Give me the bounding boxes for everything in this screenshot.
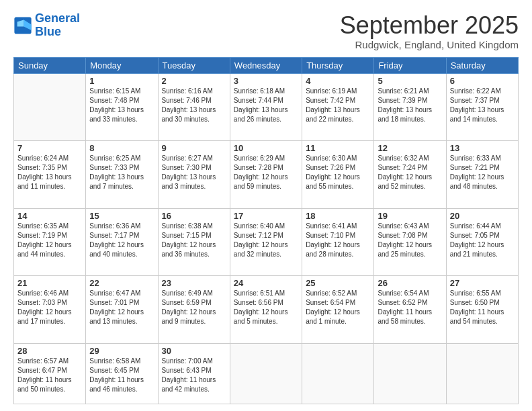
calendar-cell: 19Sunrise: 6:43 AMSunset: 7:08 PMDayligh… bbox=[374, 208, 446, 276]
logo-general: General bbox=[35, 11, 80, 25]
calendar-cell: 14Sunrise: 6:35 AMSunset: 7:19 PMDayligh… bbox=[14, 208, 86, 276]
calendar-cell bbox=[374, 343, 446, 404]
day-number: 25 bbox=[306, 278, 370, 288]
header-saturday: Saturday bbox=[446, 57, 518, 73]
calendar-cell: 20Sunrise: 6:44 AMSunset: 7:05 PMDayligh… bbox=[446, 208, 518, 276]
day-info: Sunrise: 6:16 AMSunset: 7:46 PMDaylight:… bbox=[162, 87, 226, 124]
day-info: Sunrise: 6:46 AMSunset: 7:03 PMDaylight:… bbox=[17, 289, 82, 326]
day-info: Sunrise: 6:58 AMSunset: 6:45 PMDaylight:… bbox=[89, 357, 154, 394]
day-number: 28 bbox=[17, 346, 82, 356]
week-row-1: 1Sunrise: 6:15 AMSunset: 7:48 PMDaylight… bbox=[14, 73, 519, 141]
day-info: Sunrise: 6:27 AMSunset: 7:30 PMDaylight:… bbox=[162, 154, 226, 191]
month-title: September 2025 bbox=[340, 12, 519, 39]
logo-blue: Blue bbox=[35, 26, 80, 39]
page: General Blue September 2025 Rudgwick, En… bbox=[0, 0, 532, 411]
calendar-cell: 23Sunrise: 6:49 AMSunset: 6:59 PMDayligh… bbox=[158, 276, 230, 344]
day-number: 23 bbox=[162, 278, 226, 288]
calendar-cell: 12Sunrise: 6:32 AMSunset: 7:24 PMDayligh… bbox=[374, 141, 446, 209]
calendar-body: 1Sunrise: 6:15 AMSunset: 7:48 PMDaylight… bbox=[14, 73, 519, 404]
header-sunday: Sunday bbox=[14, 57, 86, 73]
day-info: Sunrise: 6:21 AMSunset: 7:39 PMDaylight:… bbox=[378, 87, 442, 124]
weekday-header-row: Sunday Monday Tuesday Wednesday Thursday… bbox=[14, 57, 519, 73]
day-number: 3 bbox=[234, 76, 298, 86]
calendar-cell: 10Sunrise: 6:29 AMSunset: 7:28 PMDayligh… bbox=[230, 141, 302, 209]
day-info: Sunrise: 6:43 AMSunset: 7:08 PMDaylight:… bbox=[378, 222, 442, 259]
day-number: 12 bbox=[378, 143, 442, 153]
day-info: Sunrise: 6:40 AMSunset: 7:12 PMDaylight:… bbox=[234, 222, 298, 259]
calendar-cell: 24Sunrise: 6:51 AMSunset: 6:56 PMDayligh… bbox=[230, 276, 302, 344]
calendar-cell: 1Sunrise: 6:15 AMSunset: 7:48 PMDaylight… bbox=[86, 73, 158, 141]
day-number: 29 bbox=[89, 346, 154, 356]
week-row-2: 7Sunrise: 6:24 AMSunset: 7:35 PMDaylight… bbox=[14, 141, 519, 209]
header-wednesday: Wednesday bbox=[230, 57, 302, 73]
calendar-cell: 18Sunrise: 6:41 AMSunset: 7:10 PMDayligh… bbox=[302, 208, 374, 276]
header-friday: Friday bbox=[374, 57, 446, 73]
calendar-cell bbox=[302, 343, 374, 404]
day-info: Sunrise: 6:49 AMSunset: 6:59 PMDaylight:… bbox=[162, 289, 226, 326]
day-number: 4 bbox=[306, 76, 370, 86]
day-info: Sunrise: 6:47 AMSunset: 7:01 PMDaylight:… bbox=[89, 289, 154, 326]
day-info: Sunrise: 6:57 AMSunset: 6:47 PMDaylight:… bbox=[17, 357, 82, 394]
calendar-cell: 3Sunrise: 6:18 AMSunset: 7:44 PMDaylight… bbox=[230, 73, 302, 141]
title-block: September 2025 Rudgwick, England, United… bbox=[340, 12, 519, 50]
header-monday: Monday bbox=[86, 57, 158, 73]
day-number: 18 bbox=[306, 211, 370, 221]
calendar-cell: 2Sunrise: 6:16 AMSunset: 7:46 PMDaylight… bbox=[158, 73, 230, 141]
calendar-cell: 29Sunrise: 6:58 AMSunset: 6:45 PMDayligh… bbox=[86, 343, 158, 404]
day-info: Sunrise: 6:18 AMSunset: 7:44 PMDaylight:… bbox=[234, 87, 298, 124]
calendar-cell: 25Sunrise: 6:52 AMSunset: 6:54 PMDayligh… bbox=[302, 276, 374, 344]
calendar: Sunday Monday Tuesday Wednesday Thursday… bbox=[13, 57, 519, 404]
day-number: 8 bbox=[89, 143, 154, 153]
header-tuesday: Tuesday bbox=[158, 57, 230, 73]
day-number: 14 bbox=[17, 211, 82, 221]
day-number: 22 bbox=[89, 278, 154, 288]
logo-icon bbox=[13, 16, 32, 35]
day-info: Sunrise: 7:00 AMSunset: 6:43 PMDaylight:… bbox=[162, 357, 226, 394]
week-row-4: 21Sunrise: 6:46 AMSunset: 7:03 PMDayligh… bbox=[14, 276, 519, 344]
day-number: 7 bbox=[17, 143, 82, 153]
day-number: 26 bbox=[378, 278, 442, 288]
calendar-cell: 5Sunrise: 6:21 AMSunset: 7:39 PMDaylight… bbox=[374, 73, 446, 141]
calendar-cell: 15Sunrise: 6:36 AMSunset: 7:17 PMDayligh… bbox=[86, 208, 158, 276]
calendar-cell: 8Sunrise: 6:25 AMSunset: 7:33 PMDaylight… bbox=[86, 141, 158, 209]
calendar-cell bbox=[14, 73, 86, 141]
day-info: Sunrise: 6:33 AMSunset: 7:21 PMDaylight:… bbox=[450, 154, 515, 191]
day-number: 11 bbox=[306, 143, 370, 153]
calendar-cell: 28Sunrise: 6:57 AMSunset: 6:47 PMDayligh… bbox=[14, 343, 86, 404]
day-info: Sunrise: 6:29 AMSunset: 7:28 PMDaylight:… bbox=[234, 154, 298, 191]
day-number: 27 bbox=[450, 278, 515, 288]
calendar-cell bbox=[446, 343, 518, 404]
day-info: Sunrise: 6:44 AMSunset: 7:05 PMDaylight:… bbox=[450, 222, 515, 259]
day-info: Sunrise: 6:35 AMSunset: 7:19 PMDaylight:… bbox=[17, 222, 82, 259]
calendar-cell: 17Sunrise: 6:40 AMSunset: 7:12 PMDayligh… bbox=[230, 208, 302, 276]
day-info: Sunrise: 6:25 AMSunset: 7:33 PMDaylight:… bbox=[89, 154, 154, 191]
week-row-3: 14Sunrise: 6:35 AMSunset: 7:19 PMDayligh… bbox=[14, 208, 519, 276]
day-info: Sunrise: 6:55 AMSunset: 6:50 PMDaylight:… bbox=[450, 289, 515, 326]
day-info: Sunrise: 6:24 AMSunset: 7:35 PMDaylight:… bbox=[17, 154, 82, 191]
day-info: Sunrise: 6:19 AMSunset: 7:42 PMDaylight:… bbox=[306, 87, 370, 124]
day-number: 15 bbox=[89, 211, 154, 221]
logo: General Blue bbox=[13, 12, 80, 39]
calendar-cell: 22Sunrise: 6:47 AMSunset: 7:01 PMDayligh… bbox=[86, 276, 158, 344]
calendar-cell: 6Sunrise: 6:22 AMSunset: 7:37 PMDaylight… bbox=[446, 73, 518, 141]
day-info: Sunrise: 6:41 AMSunset: 7:10 PMDaylight:… bbox=[306, 222, 370, 259]
header: General Blue September 2025 Rudgwick, En… bbox=[13, 12, 519, 50]
calendar-cell: 4Sunrise: 6:19 AMSunset: 7:42 PMDaylight… bbox=[302, 73, 374, 141]
day-number: 13 bbox=[450, 143, 515, 153]
day-info: Sunrise: 6:32 AMSunset: 7:24 PMDaylight:… bbox=[378, 154, 442, 191]
calendar-cell: 9Sunrise: 6:27 AMSunset: 7:30 PMDaylight… bbox=[158, 141, 230, 209]
logo-text: General Blue bbox=[35, 12, 80, 39]
day-number: 1 bbox=[89, 76, 154, 86]
day-number: 5 bbox=[378, 76, 442, 86]
day-number: 21 bbox=[17, 278, 82, 288]
week-row-5: 28Sunrise: 6:57 AMSunset: 6:47 PMDayligh… bbox=[14, 343, 519, 404]
day-number: 9 bbox=[162, 143, 226, 153]
day-number: 10 bbox=[234, 143, 298, 153]
day-info: Sunrise: 6:30 AMSunset: 7:26 PMDaylight:… bbox=[306, 154, 370, 191]
day-info: Sunrise: 6:22 AMSunset: 7:37 PMDaylight:… bbox=[450, 87, 515, 124]
day-number: 16 bbox=[162, 211, 226, 221]
day-number: 6 bbox=[450, 76, 515, 86]
header-thursday: Thursday bbox=[302, 57, 374, 73]
location: Rudgwick, England, United Kingdom bbox=[340, 39, 519, 50]
day-info: Sunrise: 6:54 AMSunset: 6:52 PMDaylight:… bbox=[378, 289, 442, 326]
